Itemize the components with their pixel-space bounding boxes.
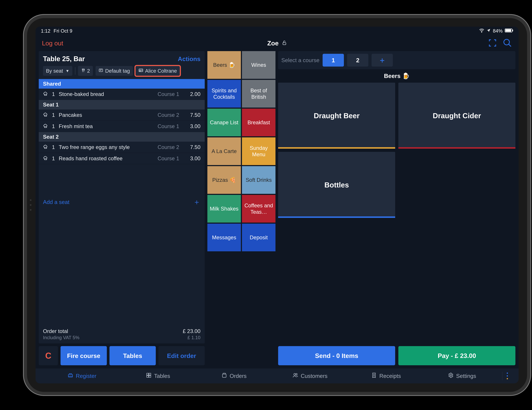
course-1-button[interactable]: 1 — [323, 54, 344, 67]
seat-header[interactable]: Shared — [39, 79, 205, 88]
category-tile[interactable]: Coffees and Teas… — [242, 195, 276, 223]
category-tile[interactable]: Soft Drinks — [242, 166, 276, 194]
total-amount: £ 23.00 — [183, 328, 200, 334]
tables-icon — [146, 372, 152, 379]
order-line[interactable]: 1PancakesCourse 27.50 — [39, 109, 205, 121]
category-tile[interactable]: Milk Shakes — [207, 195, 241, 223]
location-icon — [486, 28, 491, 34]
status-date: Fri Oct 9 — [54, 28, 72, 34]
vat-amount: £ 1.10 — [188, 335, 200, 340]
category-tile[interactable]: Wines — [242, 51, 276, 79]
order-title: Table 25, Bar — [43, 55, 85, 63]
svg-rect-2 — [505, 29, 511, 32]
chef-hat-icon — [43, 112, 48, 118]
customers-icon — [293, 372, 298, 379]
nav-tables[interactable]: Tables — [122, 372, 194, 379]
order-line[interactable]: 1Two free range eggs any styleCourse 27.… — [39, 142, 205, 153]
line-qty: 1 — [51, 123, 56, 129]
order-line[interactable]: 1Stone-baked breadCourse 12.00 — [39, 88, 205, 100]
settings-icon — [448, 372, 454, 379]
category-tile[interactable]: Pizzas 🍕 — [207, 166, 241, 194]
svg-rect-14 — [222, 374, 226, 377]
chef-hat-icon — [43, 91, 48, 97]
nav-label: Settings — [456, 373, 476, 379]
add-course-button[interactable]: ＋ — [371, 54, 393, 67]
customer-chip[interactable]: Alice Coltrane — [135, 66, 180, 76]
category-tile[interactable]: Messages — [207, 224, 241, 251]
subcategory-tile[interactable]: Bottles — [278, 152, 395, 218]
seat-header[interactable]: Seat 2 — [39, 132, 205, 142]
nav-more-dots[interactable] — [502, 372, 508, 380]
svg-rect-13 — [149, 375, 151, 377]
line-price: 3.00 — [182, 155, 200, 162]
nav-label: Customers — [301, 373, 327, 379]
category-tile[interactable]: Spirits and Cocktails — [207, 80, 241, 107]
subcategory-label: Draught Cider — [433, 111, 481, 120]
seat-header[interactable]: Seat 1 — [39, 100, 205, 109]
covers-chip[interactable]: 2 — [78, 66, 93, 76]
order-line[interactable]: 1Reads hand roasted coffeeCourse 13.00 — [39, 153, 205, 164]
app-bar: Log out Zoe — [36, 35, 519, 51]
add-seat-button[interactable]: Add a seat ＋ — [39, 195, 205, 209]
nav-label: Orders — [230, 373, 247, 379]
line-qty: 1 — [51, 91, 56, 97]
wifi-icon — [479, 28, 484, 34]
line-course: Course 2 — [158, 112, 179, 118]
category-tile[interactable]: Breakfast — [242, 109, 276, 136]
tag-chip[interactable]: Default tag — [95, 66, 133, 76]
cancel-button[interactable]: C — [39, 346, 58, 365]
customer-name: Alice Coltrane — [145, 68, 177, 74]
actions-button[interactable]: Actions — [178, 55, 200, 62]
by-seat-selector[interactable]: By seat ▼ — [43, 66, 72, 76]
nav-receipts[interactable]: Receipts — [350, 372, 422, 379]
svg-point-5 — [504, 39, 509, 45]
subcategory-tile[interactable]: Draught Beer — [278, 83, 395, 149]
send-button[interactable]: Send - 0 Items — [278, 346, 395, 365]
nav-settings[interactable]: Settings — [426, 372, 498, 379]
nav-label: Receipts — [379, 373, 401, 379]
chef-hat-icon — [43, 144, 48, 150]
order-line[interactable]: 1Fresh mint teaCourse 13.00 — [39, 121, 205, 132]
line-name: Fresh mint tea — [59, 123, 154, 129]
pay-button[interactable]: Pay - £ 23.00 — [398, 346, 515, 365]
subcategory-tile[interactable]: Draught Cider — [398, 83, 515, 149]
search-icon[interactable] — [503, 38, 512, 48]
lock-icon[interactable] — [282, 39, 287, 47]
category-tile[interactable]: Beers 🍺 — [207, 51, 241, 79]
edit-order-button[interactable]: Edit order — [158, 346, 205, 365]
scan-icon[interactable] — [488, 38, 497, 48]
course-2-button[interactable]: 2 — [347, 54, 368, 67]
battery-percent: 84% — [493, 28, 503, 34]
tables-button[interactable]: Tables — [109, 346, 156, 365]
category-tile[interactable]: Canape List — [207, 109, 241, 136]
subcategory-title: Beers 🍺 — [278, 72, 515, 79]
line-price: 7.50 — [182, 144, 200, 150]
course-selector: Select a course 1 2 ＋ — [278, 51, 515, 69]
svg-point-8 — [140, 70, 141, 71]
nav-register[interactable]: Register — [46, 372, 118, 379]
order-totals: Order total £ 23.00 Including VAT 5% £ 1… — [39, 325, 205, 343]
svg-point-17 — [450, 375, 451, 376]
bottom-nav: RegisterTablesOrdersCustomersReceiptsSet… — [36, 369, 519, 383]
customer-card-icon — [139, 68, 143, 74]
category-tile[interactable]: Deposit — [242, 224, 276, 251]
svg-rect-4 — [283, 43, 286, 45]
category-tile[interactable]: Best of British — [242, 80, 276, 107]
battery-icon — [505, 28, 513, 34]
orders-icon — [221, 372, 227, 379]
subcategory-grid: Draught BeerDraught CiderBottles — [278, 83, 515, 218]
category-tile[interactable]: A La Carte — [207, 137, 241, 165]
svg-point-16 — [296, 373, 297, 375]
by-seat-label: By seat — [46, 68, 63, 74]
logout-button[interactable]: Log out — [42, 39, 63, 47]
line-course: Course 1 — [158, 91, 179, 97]
nav-customers[interactable]: Customers — [274, 372, 346, 379]
chef-hat-icon — [43, 155, 48, 162]
course-label: Select a course — [281, 57, 319, 63]
category-grid: Beers 🍺WinesSpirits and CocktailsBest of… — [207, 51, 276, 365]
plus-icon: ＋ — [193, 197, 200, 207]
fire-course-button[interactable]: Fire course — [61, 346, 107, 365]
category-tile[interactable]: Sunday Menu — [242, 137, 276, 165]
nav-orders[interactable]: Orders — [198, 372, 270, 379]
product-panel: Select a course 1 2 ＋ Beers 🍺 Draught Be… — [278, 51, 515, 365]
